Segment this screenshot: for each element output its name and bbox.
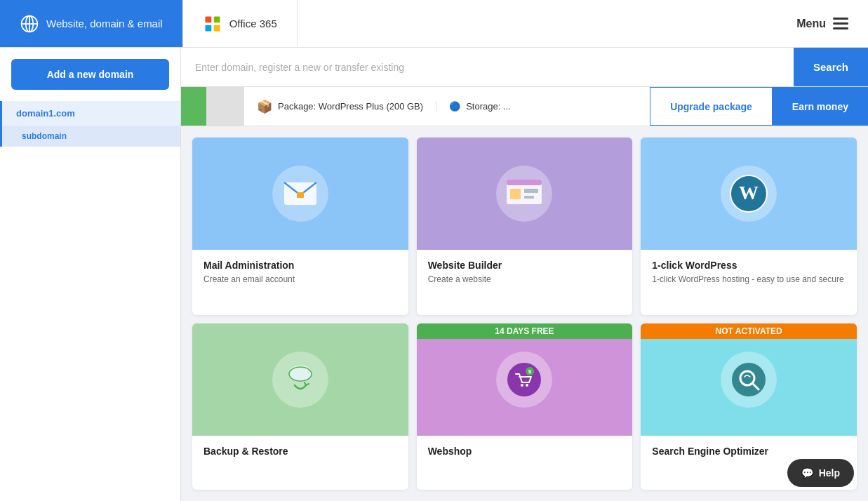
- package-progress-bar: [181, 87, 244, 126]
- card-mail[interactable]: Mail Administration Create an email acco…: [192, 138, 408, 315]
- svg-point-20: [507, 363, 541, 396]
- storage-icon: 🔵: [449, 101, 460, 112]
- card-website-desc: Create a website: [428, 274, 622, 286]
- svg-rect-12: [510, 189, 521, 199]
- sidebar-domain-item[interactable]: domain1.com: [0, 101, 180, 126]
- svg-rect-14: [524, 196, 534, 199]
- add-domain-button[interactable]: Add a new domain: [11, 59, 169, 90]
- card-wordpress-title: 1-click WordPress: [652, 260, 846, 271]
- card-backup-title: Backup & Restore: [203, 446, 397, 457]
- card-website[interactable]: Website Builder Create a website: [417, 138, 633, 315]
- help-button[interactable]: 💬 Help: [787, 459, 854, 487]
- card-wordpress[interactable]: W 1-click WordPress 1-click WordPress ho…: [641, 138, 857, 315]
- main-wrapper: Add a new domain domain1.com subdomain S…: [0, 48, 868, 501]
- card-backup[interactable]: Backup & Restore: [192, 323, 408, 490]
- seo-icon: [721, 352, 777, 408]
- tab-office365[interactable]: Office 365: [183, 0, 298, 47]
- card-seo-title: Search Engine Optimizer: [652, 446, 846, 457]
- upgrade-package-button[interactable]: Upgrade package: [650, 87, 773, 126]
- storage-label: Storage: ...: [466, 101, 511, 112]
- svg-rect-13: [524, 189, 538, 193]
- webshop-icon: $: [496, 352, 552, 408]
- svg-rect-9: [297, 192, 304, 198]
- card-mail-title: Mail Administration: [203, 260, 397, 271]
- search-button[interactable]: Search: [794, 48, 868, 86]
- tab-website-label: Website, domain & email: [46, 18, 163, 29]
- svg-text:W: W: [739, 182, 759, 203]
- mail-icon: [272, 166, 328, 222]
- card-website-visual: [417, 138, 633, 250]
- package-label: Package: WordPress Plus (200 GB): [278, 101, 423, 112]
- earn-money-button[interactable]: Earn money: [773, 87, 868, 126]
- help-label: Help: [819, 467, 840, 479]
- content-area: Search 📦 Package: WordPress Plus (200 GB…: [181, 48, 868, 501]
- svg-rect-7: [213, 25, 220, 31]
- menu-button[interactable]: Menu: [777, 0, 868, 47]
- sidebar-sub-item[interactable]: subdomain: [0, 126, 180, 147]
- card-webshop-badge: 14 DAYS FREE: [417, 323, 633, 339]
- card-wordpress-body: 1-click WordPress 1-click WordPress host…: [641, 250, 857, 315]
- package-info: 📦 Package: WordPress Plus (200 GB): [244, 99, 436, 114]
- package-progress-fill: [181, 87, 206, 126]
- svg-text:$: $: [528, 368, 532, 375]
- card-website-body: Website Builder Create a website: [417, 250, 633, 315]
- card-backup-body: Backup & Restore: [192, 436, 408, 490]
- card-seo-badge: NOT ACTIVATED: [641, 323, 857, 339]
- card-wordpress-visual: W: [641, 138, 857, 250]
- package-icon: 📦: [257, 99, 272, 114]
- domain-search-input[interactable]: [181, 62, 794, 73]
- globe-icon: [20, 14, 39, 34]
- card-mail-visual: [192, 138, 408, 250]
- tab-website-domain-email[interactable]: Website, domain & email: [0, 0, 183, 47]
- domain-search-bar: Search: [181, 48, 868, 87]
- menu-label: Menu: [796, 18, 826, 30]
- card-seo-visual: NOT ACTIVATED: [641, 323, 857, 436]
- svg-rect-5: [213, 16, 220, 22]
- svg-point-22: [526, 384, 528, 387]
- card-wordpress-desc: 1-click WordPress hosting - easy to use …: [652, 274, 846, 286]
- website-builder-icon: [496, 166, 552, 222]
- svg-rect-4: [205, 16, 211, 22]
- card-webshop-body: Webshop: [417, 436, 633, 490]
- card-mail-body: Mail Administration Create an email acco…: [192, 250, 408, 315]
- hamburger-icon: [833, 18, 848, 29]
- card-backup-visual: [192, 323, 408, 436]
- svg-point-25: [732, 363, 766, 396]
- svg-rect-11: [507, 180, 542, 185]
- top-nav: Website, domain & email Office 365 Menu: [0, 0, 868, 48]
- card-mail-desc: Create an email account: [203, 274, 397, 286]
- svg-point-19: [289, 367, 312, 381]
- card-webshop-title: Webshop: [428, 446, 622, 457]
- sidebar: Add a new domain domain1.com subdomain: [0, 48, 181, 501]
- wordpress-icon: W: [721, 166, 777, 222]
- backup-icon: [272, 352, 328, 408]
- svg-point-21: [521, 384, 523, 387]
- package-bar: 📦 Package: WordPress Plus (200 GB) 🔵 Sto…: [181, 87, 868, 126]
- card-webshop-visual: 14 DAYS FREE $: [417, 323, 633, 436]
- card-webshop[interactable]: 14 DAYS FREE $ Webshop: [417, 323, 633, 490]
- office365-icon: [203, 14, 222, 34]
- svg-rect-6: [205, 25, 211, 31]
- chat-icon: 💬: [801, 467, 813, 479]
- tab-office365-label: Office 365: [229, 18, 277, 29]
- card-website-title: Website Builder: [428, 260, 622, 271]
- storage-info: 🔵 Storage: ...: [436, 101, 523, 112]
- cards-grid: Mail Administration Create an email acco…: [181, 126, 868, 501]
